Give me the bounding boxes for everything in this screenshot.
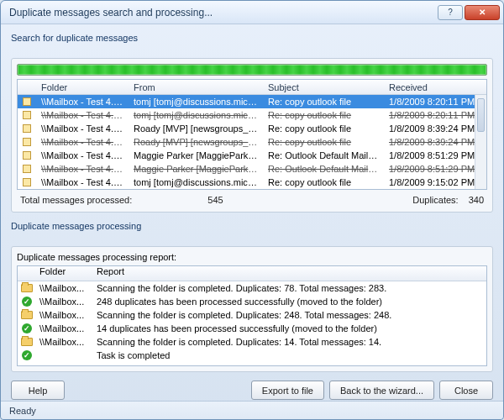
help-button[interactable]: Help xyxy=(11,381,65,400)
cell-received: 1/8/2009 8:39:24 PM xyxy=(384,135,486,149)
report-row[interactable]: \\Mailbox...Scanning the folder is compl… xyxy=(18,308,486,322)
messages-list-header[interactable]: Folder From Subject Received xyxy=(18,80,486,95)
envelope-icon xyxy=(23,124,31,133)
status-bar: Ready xyxy=(1,401,503,419)
messages-list-body[interactable]: \\Mailbox - Test 4. Us...tomj [tomj@disc… xyxy=(18,95,486,189)
title-bar[interactable]: Duplicate messages search and processing… xyxy=(1,1,503,24)
report-label: Duplicate messages processing report: xyxy=(17,252,487,262)
messages-scrollbar[interactable] xyxy=(475,95,486,189)
report-list-body[interactable]: \\Mailbox...Scanning the folder is compl… xyxy=(18,281,486,365)
help-button-titlebar[interactable]: ? xyxy=(438,5,463,20)
check-icon: ✓ xyxy=(22,323,32,333)
cell-received: 1/8/2009 8:51:29 PM xyxy=(384,149,486,162)
processing-section-label: Duplicate messages processing xyxy=(11,219,493,233)
envelope-icon xyxy=(23,138,31,146)
cell-from: Maggie Parker [MaggieParker@... xyxy=(129,149,263,162)
search-section-label: Search for duplicate messages xyxy=(11,31,493,45)
cell-subject: Re: copy outlook file xyxy=(263,135,384,149)
report-groupbox: Duplicate messages processing report: Fo… xyxy=(11,246,493,372)
cell-subject: Re: copy outlook file xyxy=(263,176,384,189)
cell-subject: Re: copy outlook file xyxy=(263,108,384,122)
cell-from: tomj [tomj@discussions.micros... xyxy=(129,176,263,189)
report-row[interactable]: \\Mailbox...Scanning the folder is compl… xyxy=(18,281,486,295)
close-window-button[interactable]: ✕ xyxy=(465,5,500,20)
cell-folder: \\Mailbox - Test 4. Us... xyxy=(36,149,129,162)
cell-received: 1/8/2009 8:20:11 PM xyxy=(384,95,486,108)
search-groupbox: Folder From Subject Received \\Mailbox -… xyxy=(11,58,493,213)
cell-report: Scanning the folder is completed. Duplic… xyxy=(93,281,486,295)
col-report[interactable]: Report xyxy=(93,266,486,281)
cell-report: 14 duplicates has been processed success… xyxy=(93,322,486,335)
cell-received: 1/8/2009 8:20:11 PM xyxy=(384,108,486,122)
folder-icon xyxy=(21,284,33,292)
cell-subject: Re: copy outlook file xyxy=(263,122,384,135)
messages-list[interactable]: Folder From Subject Received \\Mailbox -… xyxy=(17,79,487,190)
cell-folder: \\Mailbox - Test 4. Us... xyxy=(36,95,129,108)
status-text: Ready xyxy=(9,406,36,416)
report-list[interactable]: Folder Report \\Mailbox...Scanning the f… xyxy=(17,265,487,366)
stats-row: Total messages processed: 545 Duplicates… xyxy=(17,193,487,207)
cell-from: Maggie Parker [MaggieParker@... xyxy=(129,162,263,176)
cell-from: tomj [tomj@discussions.micros... xyxy=(129,95,263,108)
report-row[interactable]: \\Mailbox...Scanning the folder is compl… xyxy=(18,335,486,349)
message-row[interactable]: \\Mailbox - Test 4. Us...Roady [MVP] [ne… xyxy=(18,122,486,135)
col-subject[interactable]: Subject xyxy=(263,82,384,92)
cell-report-folder: \\Mailbox... xyxy=(36,322,93,335)
message-row[interactable]: \\Mailbox - Test 4. Us...tomj [tomj@disc… xyxy=(18,95,486,108)
envelope-icon xyxy=(23,165,31,173)
check-icon: ✓ xyxy=(22,297,32,307)
cell-subject: Re: copy outlook file xyxy=(263,95,384,108)
envelope-icon xyxy=(23,178,31,186)
report-row[interactable]: ✓\\Mailbox...248 duplicates has been pro… xyxy=(18,295,486,308)
cell-report-folder: \\Mailbox... xyxy=(36,308,93,322)
cell-from: tomj [tomj@discussions.micros... xyxy=(129,108,263,122)
col-report-folder[interactable]: Folder xyxy=(36,266,93,281)
message-row[interactable]: \\Mailbox - Test 4. Us...Maggie Parker [… xyxy=(18,162,486,176)
cell-report: Scanning the folder is completed. Duplic… xyxy=(93,308,486,322)
processed-label: Total messages processed: xyxy=(20,195,132,205)
cell-subject: Re: Outlook Default Mail Acc... xyxy=(263,149,384,162)
cell-received: 1/8/2009 8:39:24 PM xyxy=(384,122,486,135)
cell-from: Roady [MVP] [newsgroups_DE... xyxy=(129,122,263,135)
close-icon: ✕ xyxy=(479,8,486,17)
cell-from: Roady [MVP] [newsgroups_DE... xyxy=(129,135,263,149)
col-received[interactable]: Received xyxy=(384,82,486,92)
message-row[interactable]: \\Mailbox - Test 4. Us...Maggie Parker [… xyxy=(18,149,486,162)
question-icon: ? xyxy=(448,8,453,17)
envelope-icon xyxy=(23,151,31,160)
window-title: Duplicate messages search and processing… xyxy=(9,7,438,18)
cell-folder: \\Mailbox - Test 4. Us... xyxy=(36,135,129,149)
dialog-window: Duplicate messages search and processing… xyxy=(0,0,504,420)
folder-icon xyxy=(21,311,33,319)
check-icon: ✓ xyxy=(22,350,32,360)
cell-folder: \\Mailbox - Test 4. Us... xyxy=(36,176,129,189)
scrollbar-thumb[interactable] xyxy=(477,98,485,132)
cell-report: Scanning the folder is completed. Duplic… xyxy=(93,335,486,349)
close-button[interactable]: Close xyxy=(439,381,493,400)
cell-report: 248 duplicates has been processed succes… xyxy=(93,295,486,308)
export-button[interactable]: Export to file xyxy=(251,381,324,400)
message-row[interactable]: \\Mailbox - Test 4. Us...Roady [MVP] [ne… xyxy=(18,135,486,149)
cell-report-folder: \\Mailbox... xyxy=(36,295,93,308)
duplicates-label: Duplicates: xyxy=(412,195,458,205)
duplicates-value: 340 xyxy=(469,195,484,205)
report-row[interactable]: ✓\\Mailbox...14 duplicates has been proc… xyxy=(18,322,486,335)
envelope-icon xyxy=(23,111,31,119)
cell-folder: \\Mailbox - Test 4. Us... xyxy=(36,122,129,135)
cell-report: Task is completed xyxy=(93,349,486,362)
col-from[interactable]: From xyxy=(129,82,263,92)
back-button[interactable]: Back to the wizard... xyxy=(329,381,434,400)
message-row[interactable]: \\Mailbox - Test 4. Us...tomj [tomj@disc… xyxy=(18,176,486,189)
report-row[interactable]: ✓Task is completed xyxy=(18,349,486,362)
cell-received: 1/8/2009 9:15:02 PM xyxy=(384,176,486,189)
report-list-header[interactable]: Folder Report xyxy=(18,266,486,281)
message-row[interactable]: \\Mailbox - Test 4. Us...tomj [tomj@disc… xyxy=(18,108,486,122)
cell-report-folder: \\Mailbox... xyxy=(36,281,93,295)
col-folder[interactable]: Folder xyxy=(36,82,129,92)
cell-folder: \\Mailbox - Test 4. Us... xyxy=(36,108,129,122)
cell-subject: Re: Outlook Default Mail Acc... xyxy=(263,162,384,176)
envelope-icon xyxy=(23,97,31,106)
cell-received: 1/8/2009 8:51:29 PM xyxy=(384,162,486,176)
button-bar: Help Export to file Back to the wizard..… xyxy=(11,375,493,400)
cell-folder: \\Mailbox - Test 4. Us... xyxy=(36,162,129,176)
